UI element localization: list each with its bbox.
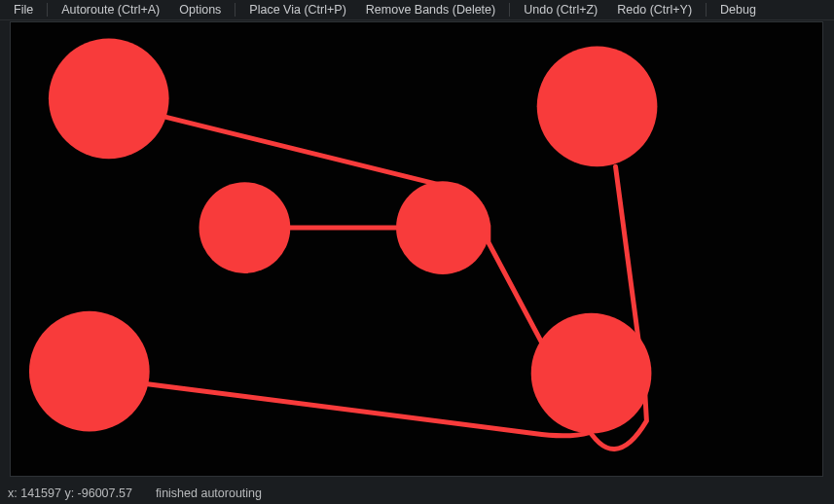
node-n3[interactable] bbox=[199, 182, 291, 273]
menu-separator bbox=[509, 3, 510, 17]
node-n6[interactable] bbox=[29, 311, 150, 432]
trace-t_6_5[interactable] bbox=[148, 384, 590, 436]
menu-redo[interactable]: Redo (Ctrl+Y) bbox=[607, 2, 702, 18]
menu-options[interactable]: Options bbox=[169, 2, 231, 18]
status-message: finished autorouting bbox=[156, 486, 262, 500]
node-n1[interactable] bbox=[49, 39, 169, 160]
node-n4[interactable] bbox=[396, 181, 490, 274]
nodes-layer bbox=[29, 39, 657, 434]
menu-separator bbox=[47, 3, 48, 17]
menu-separator bbox=[235, 3, 236, 17]
statusbar: x: 141597 y: -96007.57 finished autorout… bbox=[0, 483, 834, 504]
menu-remove-bands[interactable]: Remove Bands (Delete) bbox=[356, 2, 505, 18]
menu-undo[interactable]: Undo (Ctrl+Z) bbox=[514, 2, 607, 18]
menu-file[interactable]: File bbox=[4, 2, 43, 18]
routing-stage[interactable] bbox=[11, 22, 822, 476]
menu-autoroute[interactable]: Autoroute (Ctrl+A) bbox=[52, 2, 169, 18]
node-n2[interactable] bbox=[537, 47, 658, 167]
routing-canvas[interactable] bbox=[10, 21, 823, 477]
menu-separator bbox=[706, 3, 707, 17]
status-coords: x: 141597 y: -96007.57 bbox=[8, 486, 132, 500]
menu-debug[interactable]: Debug bbox=[710, 2, 766, 18]
node-n5[interactable] bbox=[531, 313, 652, 434]
menu-place-via[interactable]: Place Via (Ctrl+P) bbox=[239, 2, 355, 18]
menubar: File Autoroute (Ctrl+A) Options Place Vi… bbox=[0, 0, 834, 20]
